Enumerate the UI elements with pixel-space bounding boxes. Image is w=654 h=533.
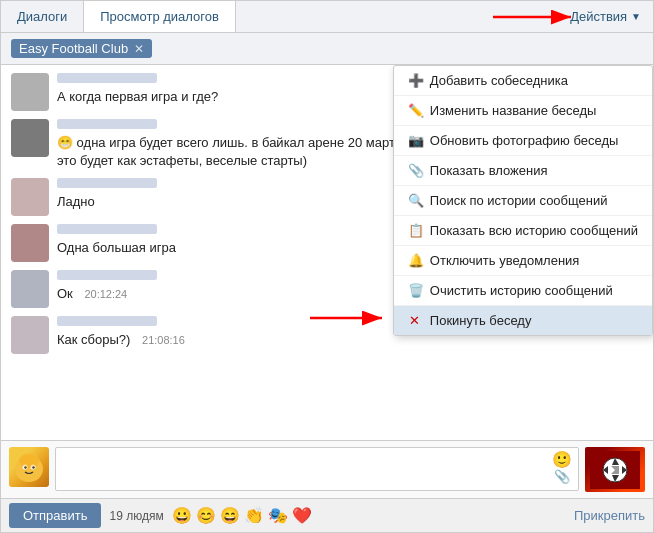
message-input-box: 🙂 📎 [55,447,579,491]
bottom-row: Отправить 19 людям 😀 😊 😄 👏 🎭 ❤️ Прикрепи… [1,498,653,532]
paperclip-icon: 📎 [408,163,422,178]
dropdown-item-clear[interactable]: 🗑️ Очистить историю сообщений [394,276,652,306]
msg-timestamp: 21:08:16 [142,334,185,346]
svg-point-10 [19,454,39,468]
dropdown-item-label: Показать всю историю сообщений [430,223,638,238]
msg-sender [57,73,157,83]
emoji-row: 😀 😊 😄 👏 🎭 ❤️ [172,506,312,525]
input-icons: 🙂 📎 [552,452,572,483]
avatar-img [11,178,49,216]
dropdown-overlay: ➕ Добавить собеседника ✏️ Изменить назва… [393,65,653,336]
dropdown-item-label: Изменить название беседы [430,103,597,118]
msg-sender [57,119,157,129]
actions-area: Действия ▼ [570,1,653,32]
avatar [11,119,49,157]
avatar [11,224,49,262]
input-area: 🙂 📎 [1,440,653,498]
tabs-bar: Диалоги Просмотр диалогов Действия ▼ [1,1,653,33]
dropdown-item-label: Покинуть беседу [430,313,532,328]
attachment-button[interactable]: 📎 [554,470,570,483]
add-icon: ➕ [408,73,422,88]
trash-icon: 🗑️ [408,283,422,298]
tab-dialogi[interactable]: Диалоги [1,1,84,32]
dropdown-item-label: Отключить уведомления [430,253,580,268]
emoji-button[interactable]: 🙂 [552,452,572,468]
chat-name-label: Easy Football Club [19,41,128,56]
dropdown-item-mute[interactable]: 🔔 Отключить уведомления [394,246,652,276]
avatar [11,178,49,216]
bottom-red-arrow-svg [310,308,390,328]
emoji-1[interactable]: 😀 [172,506,192,525]
tab-view-dialogi[interactable]: Просмотр диалогов [84,1,236,32]
avatar-img [11,316,49,354]
top-red-arrow-svg [493,5,583,29]
close-chat-button[interactable]: ✕ [134,42,144,56]
stewie-avatar-svg [11,449,47,485]
edit-icon: ✏️ [408,103,422,118]
emoji-5[interactable]: 🎭 [268,506,288,525]
dropdown-item-label: Поиск по истории сообщений [430,193,608,208]
search-icon: 🔍 [408,193,422,208]
dropdown-item-label: Показать вложения [430,163,548,178]
dropdown-item-label: Обновить фотографию беседы [430,133,619,148]
input-row: 🙂 📎 [9,447,645,492]
recipients-text: 19 людям [109,509,163,523]
dropdown-item-label: Очистить историю сообщений [430,283,613,298]
dropdown-item-label: Добавить собеседника [430,73,568,88]
avatar-img [11,119,49,157]
avatar [11,316,49,354]
dropdown-item-rename[interactable]: ✏️ Изменить название беседы [394,96,652,126]
attach-link[interactable]: Прикрепить [574,508,645,523]
dropdown-item-history[interactable]: 📋 Показать всю историю сообщений [394,216,652,246]
msg-sender [57,316,157,326]
avatar-img [11,73,49,111]
chat-name-bar: Easy Football Club ✕ [1,33,653,65]
dropdown-item-leave[interactable]: ✕ Покинуть беседу [394,306,652,335]
main-container: Диалоги Просмотр диалогов Действия ▼ Eas… [0,0,654,533]
emoji-4[interactable]: 👏 [244,506,264,525]
send-button[interactable]: Отправить [9,503,101,528]
bell-icon: 🔔 [408,253,422,268]
avatar [11,73,49,111]
avatar-img [11,224,49,262]
attachment-preview [585,447,645,492]
chat-name-tag: Easy Football Club ✕ [11,39,152,58]
dropdown-item-attachments[interactable]: 📎 Показать вложения [394,156,652,186]
football-preview-svg [590,451,640,489]
dropdown-menu: ➕ Добавить собеседника ✏️ Изменить назва… [393,65,653,336]
list-icon: 📋 [408,223,422,238]
input-avatar [9,447,49,487]
dropdown-item-search[interactable]: 🔍 Поиск по истории сообщений [394,186,652,216]
dropdown-item-add-user[interactable]: ➕ Добавить собеседника [394,66,652,96]
message-input[interactable] [62,452,572,484]
dropdown-item-photo[interactable]: 📷 Обновить фотографию беседы [394,126,652,156]
avatar-img [11,270,49,308]
emoji-2[interactable]: 😊 [196,506,216,525]
emoji-6[interactable]: ❤️ [292,506,312,525]
msg-sender [57,224,157,234]
camera-icon: 📷 [408,133,422,148]
msg-timestamp: 20:12:24 [84,288,127,300]
msg-sender [57,270,157,280]
avatar [11,270,49,308]
msg-sender [57,178,157,188]
leave-icon: ✕ [408,313,422,328]
emoji-3[interactable]: 😄 [220,506,240,525]
